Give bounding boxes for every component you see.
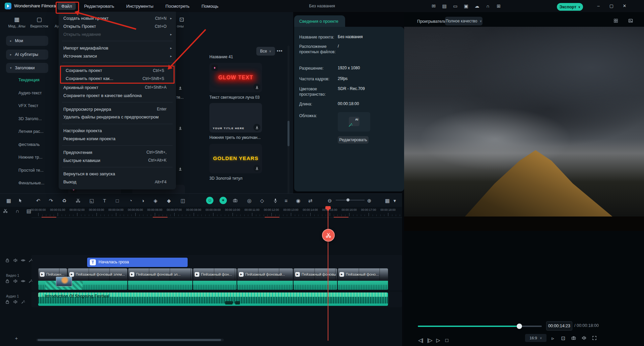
timeline-zoom-slider[interactable] xyxy=(336,200,365,200)
tab-templates[interactable]: оны xyxy=(177,24,184,28)
razor-icon[interactable] xyxy=(3,208,8,213)
menu-item[interactable]: ВыходAlt+F4 xyxy=(59,178,176,186)
export-button[interactable]: Экспорт∨ xyxy=(557,3,583,11)
track-height-icon[interactable]: ▤ xyxy=(26,208,31,213)
menu-item[interactable]: Предпросмотр рендераEnter xyxy=(59,105,176,113)
download-button[interactable] xyxy=(177,165,184,172)
title-clip[interactable]: T Началась гроза xyxy=(87,258,188,267)
cloud-icon[interactable]: ☁ xyxy=(475,4,479,8)
fit-frame-icon[interactable]: ⊡ xyxy=(561,336,566,341)
text-tool-icon[interactable]: T xyxy=(103,198,106,203)
download-button[interactable] xyxy=(177,84,184,91)
video-clip[interactable]: ▶Пейзажный фоновый... xyxy=(237,268,293,290)
timeline-zoom-knob[interactable] xyxy=(346,198,349,201)
zoom-out-icon[interactable]: ⊖ xyxy=(328,198,332,203)
menubar-item[interactable]: Инструменты xyxy=(123,2,157,10)
snapshot-icon[interactable] xyxy=(571,336,576,341)
menu-item[interactable]: Архивный проектCtrl+Shift+A xyxy=(59,84,176,92)
menu-item[interactable]: Источник записи▸ xyxy=(59,52,176,60)
media-bin-icon[interactable]: ▦ xyxy=(6,198,11,203)
audio-clip[interactable]: ♪ Introduction Of Shopping Festival xyxy=(38,292,388,306)
sidebar-item[interactable]: 3D Заголо... xyxy=(18,116,42,121)
maximize-button[interactable]: ▢ xyxy=(608,3,615,9)
tab-audio[interactable]: Ау xyxy=(55,24,59,28)
menu-item[interactable]: ПредпочтенияCtrl+Shift+, xyxy=(59,148,176,156)
menu-item[interactable]: Сохранить проект как...Ctrl+Shift+S xyxy=(61,75,174,83)
lock-track-icon[interactable] xyxy=(5,299,10,304)
lock-track-icon[interactable] xyxy=(5,279,10,283)
split-icon[interactable] xyxy=(76,198,81,203)
aspect-ratio-dropdown[interactable]: 16:9∨ xyxy=(525,334,546,342)
video-clip[interactable]: ▶Пейзажный фоновый... xyxy=(294,268,337,290)
color-icon[interactable]: ◑ xyxy=(141,198,144,203)
download-button[interactable] xyxy=(253,84,260,91)
volume-icon[interactable] xyxy=(582,336,587,341)
feedback-icon[interactable]: ✉ xyxy=(432,4,436,8)
layout-panels-icon[interactable]: ▤ xyxy=(442,4,447,8)
motion-track-icon[interactable]: ◎ xyxy=(247,198,251,203)
video-clip[interactable]: ▶Пейзажный фоно... xyxy=(338,268,388,290)
timeline-hscrollbar-thumb[interactable] xyxy=(38,339,221,341)
sidebar-item[interactable]: VFX Текст xyxy=(18,103,38,108)
filter-dropdown[interactable]: Все∨ xyxy=(256,47,275,56)
playhead-split-button[interactable] xyxy=(322,229,335,242)
marker-icon[interactable]: ◆ xyxy=(167,198,171,203)
menu-item[interactable]: Сохраните проект в качестве шаблона xyxy=(59,91,176,99)
stop-button[interactable]: □ xyxy=(445,337,448,343)
track-wand-icon[interactable] xyxy=(28,258,33,263)
sidebar-item[interactable]: Простой те... xyxy=(18,168,44,173)
ai-cutout-icon[interactable]: ✶ xyxy=(219,197,227,204)
sidebar-group[interactable]: ▸Мои xyxy=(6,36,48,46)
crop-icon[interactable]: ◱ xyxy=(89,198,94,203)
sidebar-item[interactable]: Аудио-текст xyxy=(18,91,42,95)
menu-item[interactable]: Удалить файлы рендеринга с предпросмотро… xyxy=(59,113,176,121)
zoom-in-icon[interactable]: ⊕ xyxy=(367,198,372,203)
hide-track-icon[interactable] xyxy=(21,279,25,283)
sidebar-item[interactable]: Нижние тр... xyxy=(18,155,43,160)
menu-item[interactable]: Импорт медиафайлов▸ xyxy=(59,44,176,52)
download-button[interactable] xyxy=(253,124,260,131)
timeline-ruler[interactable] xyxy=(31,213,402,216)
menu-item[interactable]: Создать новый проектCtrl+N▸ xyxy=(59,14,176,22)
record-icon[interactable]: ◉ xyxy=(296,198,300,203)
ai-portrait-icon[interactable]: ☺ xyxy=(206,197,213,204)
pip-icon[interactable]: ◫ xyxy=(181,198,185,203)
snap-icon[interactable]: ∩ xyxy=(16,208,19,213)
undo-icon[interactable]: ↶ xyxy=(36,198,41,203)
menu-item[interactable]: Резервные копии проекта xyxy=(59,135,176,143)
download-button[interactable] xyxy=(253,165,260,172)
edit-cover-button[interactable]: Редактировать xyxy=(338,136,369,144)
minimize-button[interactable]: – xyxy=(595,3,602,9)
overlay-clip-thumbnail[interactable] xyxy=(56,277,72,286)
tab-media[interactable]: Мед...йлы xyxy=(8,24,25,28)
toolbar-chevron-icon[interactable]: ▾ xyxy=(393,198,396,203)
more-options-icon[interactable]: ••• xyxy=(277,48,283,54)
preview-image-icon[interactable] xyxy=(628,18,633,23)
next-frame-button[interactable]: |▷ xyxy=(427,337,432,343)
preview-window-icon[interactable]: ▹ xyxy=(552,336,554,341)
hide-track-icon[interactable] xyxy=(21,258,25,263)
sidebar-item[interactable]: Тенденция xyxy=(18,78,40,82)
project-info-tab[interactable]: Сведения о проекте xyxy=(294,15,345,27)
delete-icon[interactable]: ♻ xyxy=(62,198,66,203)
previous-frame-button[interactable]: ◁| xyxy=(418,337,423,343)
snapshot-tool-icon[interactable] xyxy=(233,198,238,203)
support-icon[interactable]: ∩ xyxy=(486,4,490,8)
menu-item[interactable]: Настройки проекта xyxy=(59,127,176,135)
template-card[interactable]: GOLDEN YEARS xyxy=(209,144,262,173)
mute-track-icon[interactable] xyxy=(13,279,18,283)
video-clip[interactable]: ▶Пейзажный фон... xyxy=(193,268,237,290)
fullscreen-icon[interactable] xyxy=(592,336,597,341)
menubar-item[interactable]: Редактировать xyxy=(80,2,118,10)
menubar-item[interactable]: Помощь xyxy=(198,2,222,10)
speed-icon[interactable]: ◔ xyxy=(129,198,132,203)
template-card[interactable]: GLOW TEXT♦ xyxy=(209,63,262,92)
video-clip[interactable]: ▶Пейзажный фоновый эл... xyxy=(128,268,192,290)
track-manager-icon[interactable]: ▦ xyxy=(385,198,390,203)
display-icon[interactable]: ▭ xyxy=(453,4,457,8)
apps-grid-icon[interactable]: ⊞ xyxy=(497,4,501,8)
mask-icon[interactable]: □ xyxy=(116,198,119,203)
select-tool-icon[interactable] xyxy=(18,198,23,203)
quality-dropdown[interactable]: Полное качество∨ xyxy=(445,17,482,25)
redo-icon[interactable]: ↷ xyxy=(49,198,53,203)
